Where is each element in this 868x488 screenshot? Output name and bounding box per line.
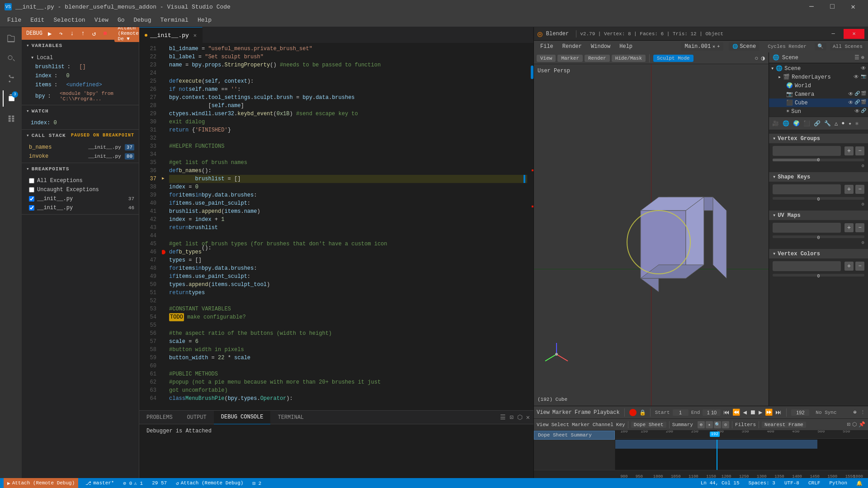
activity-explorer[interactable]: [3, 31, 19, 47]
var-items[interactable]: items: <undefined>: [22, 80, 139, 89]
debug-restart[interactable]: ↺: [90, 29, 98, 38]
menu-edit[interactable]: Edit: [27, 15, 48, 25]
maximize-button[interactable]: □: [822, 0, 843, 14]
vertex-colors-add-btn[interactable]: +: [844, 262, 854, 271]
call-stack-header[interactable]: ▾ CALL STACK PAUSED ON BREAKPOINT: [22, 130, 139, 141]
blender-menu-render[interactable]: Render: [559, 42, 585, 51]
debug-step-over[interactable]: ↷: [57, 29, 64, 38]
uv-maps-header[interactable]: ▾ UV Maps: [769, 211, 868, 220]
dope-sheet-selector[interactable]: Dope Sheet: [631, 422, 666, 428]
play-reverse-btn[interactable]: ◀: [743, 408, 746, 416]
menu-file[interactable]: File: [4, 15, 25, 25]
dope-pin-icon[interactable]: 📌: [859, 421, 865, 428]
blender-menu-file[interactable]: File: [537, 42, 557, 51]
minimize-button[interactable]: ─: [801, 0, 822, 14]
frame-btn-timeline[interactable]: Frame: [575, 409, 591, 416]
blender-menu-window[interactable]: Window: [587, 42, 614, 51]
dope-expand-icon[interactable]: ⬡: [852, 421, 857, 428]
record-btn[interactable]: [629, 409, 637, 416]
timeline-magnet-icon[interactable]: ⊕: [851, 409, 859, 416]
shape-keys-remove-btn[interactable]: −: [855, 185, 864, 194]
start-frame-input[interactable]: [673, 409, 689, 416]
status-debug-item[interactable]: ▶ Attach (Remote Debug): [4, 478, 78, 488]
uv-maps-remove-btn[interactable]: −: [855, 223, 864, 232]
uv-maps-add-btn[interactable]: +: [844, 223, 854, 232]
prop-icon-particles[interactable]: ✦: [847, 119, 853, 128]
scene-selector[interactable]: 🌐 Scene: [729, 42, 760, 51]
vertex-groups-add-btn[interactable]: +: [844, 146, 854, 155]
audio-icon[interactable]: 🔒: [639, 409, 646, 416]
dope-select-btn[interactable]: Select: [551, 422, 569, 427]
outliner-cube[interactable]: ⬛ Cube 👁 🔗 🎬: [769, 99, 868, 107]
bp-init-46-checkbox[interactable]: [29, 205, 34, 211]
viewport-shading-icon[interactable]: ◑: [760, 53, 766, 63]
activity-search[interactable]: [3, 51, 19, 67]
bp-all-exceptions-checkbox[interactable]: [29, 178, 34, 183]
shape-keys-add-btn[interactable]: +: [844, 185, 854, 194]
vertex-groups-remove-btn[interactable]: −: [855, 146, 864, 155]
vertex-colors-slider[interactable]: 0: [773, 274, 864, 277]
menu-view[interactable]: View: [91, 15, 112, 25]
dope-icon2[interactable]: ✦: [706, 421, 713, 428]
prop-icon-modifiers[interactable]: 🔧: [823, 119, 832, 128]
all-scenes-btn[interactable]: All Scenes: [830, 43, 865, 50]
bottom-close-icon[interactable]: ✕: [526, 413, 530, 421]
dope-channel-btn[interactable]: Channel: [593, 422, 613, 427]
activity-debug[interactable]: [3, 90, 19, 107]
bottom-layout-icon[interactable]: ⊡: [509, 413, 513, 421]
dope-key-btn[interactable]: Key: [616, 422, 625, 427]
filters-btn[interactable]: Filters: [735, 422, 756, 427]
prop-icon-constraints[interactable]: 🔗: [812, 119, 822, 128]
workspace-selector[interactable]: Main.001 ✕ +: [681, 42, 723, 51]
close-button[interactable]: ✕: [843, 0, 863, 14]
vertex-groups-settings-icon[interactable]: ⚙: [862, 163, 864, 169]
menu-debug[interactable]: Debug: [130, 15, 155, 25]
dope-icon4[interactable]: ⊙: [722, 421, 729, 428]
outliner-world[interactable]: 🌍 World: [769, 81, 868, 90]
zoom-icon[interactable]: ⊕: [861, 54, 864, 61]
var-brushlist[interactable]: brushlist: []: [22, 62, 139, 71]
editor-scrollbar[interactable]: [527, 43, 533, 410]
status-workers-count[interactable]: ⊡ 2: [250, 480, 263, 486]
blender-close-btn[interactable]: ✕: [844, 29, 864, 39]
prop-icon-material[interactable]: ●: [840, 119, 846, 127]
jump-start-btn[interactable]: ⏮: [723, 409, 730, 416]
viewport-hide-mask-btn[interactable]: Hide/Mask: [612, 55, 646, 62]
blender-search-btn[interactable]: 🔍: [815, 43, 826, 50]
workspace-close-icon[interactable]: ✕: [712, 44, 715, 49]
viewport-overlay-icon[interactable]: ○: [754, 54, 759, 63]
blender-minimize-btn[interactable]: ─: [823, 29, 844, 39]
menu-go[interactable]: Go: [114, 15, 128, 25]
menu-selection[interactable]: Selection: [50, 15, 89, 25]
viewport-view-btn[interactable]: View: [537, 55, 556, 62]
timeline-frames-area[interactable]: 100 150 200 250 300 350 400 450 500 55: [615, 431, 868, 470]
debug-continue[interactable]: ▶: [46, 29, 53, 38]
dope-icon1[interactable]: ⊕: [698, 421, 705, 428]
shape-keys-slider[interactable]: 0: [773, 197, 864, 200]
jump-end-btn[interactable]: ⏭: [775, 409, 782, 416]
code-container[interactable]: 21 22 23 24 25 26 27 28 29 30 31 32 33 3…: [139, 43, 533, 410]
watch-index[interactable]: index: 0: [22, 118, 139, 127]
prop-icon-physics[interactable]: ⚛: [854, 119, 860, 128]
activity-git[interactable]: [3, 70, 19, 87]
outliner-camera[interactable]: 📷 Camera 👁 🔗 🎬: [769, 90, 868, 99]
outliner-sun[interactable]: ☀ Sun 👁 🔗: [769, 107, 868, 116]
debug-step-out[interactable]: ↑: [79, 29, 86, 38]
vertex-groups-slider[interactable]: 0: [773, 159, 864, 161]
shape-keys-settings-icon[interactable]: ⚙: [862, 202, 864, 207]
outliner-scene[interactable]: ▾ 🌐 Scene 👁: [769, 64, 868, 73]
prop-icon-data[interactable]: △: [833, 119, 839, 128]
call-stack-b_names[interactable]: b_names __init__.py 37: [22, 143, 139, 152]
breakpoints-header[interactable]: ▾ BREAKPOINTS: [22, 163, 139, 174]
dope-icon3[interactable]: 🔍: [714, 421, 721, 428]
tab-close-icon[interactable]: ✕: [193, 32, 197, 39]
watch-header[interactable]: ▾ WATCH: [22, 105, 139, 117]
menu-help[interactable]: Help: [194, 15, 215, 25]
variables-local[interactable]: ▾ Local: [22, 53, 139, 62]
status-clock-item[interactable]: 29 57: [150, 480, 169, 486]
filter-icon[interactable]: ☰: [854, 54, 859, 61]
camera-eye-icon[interactable]: 👁: [848, 91, 854, 98]
blender-3d-viewport[interactable]: View Marker Render Hide/Mask Sculpt Mode…: [534, 52, 769, 406]
marker-btn-timeline[interactable]: Marker: [552, 409, 572, 416]
play-btn[interactable]: ▶: [759, 408, 762, 416]
